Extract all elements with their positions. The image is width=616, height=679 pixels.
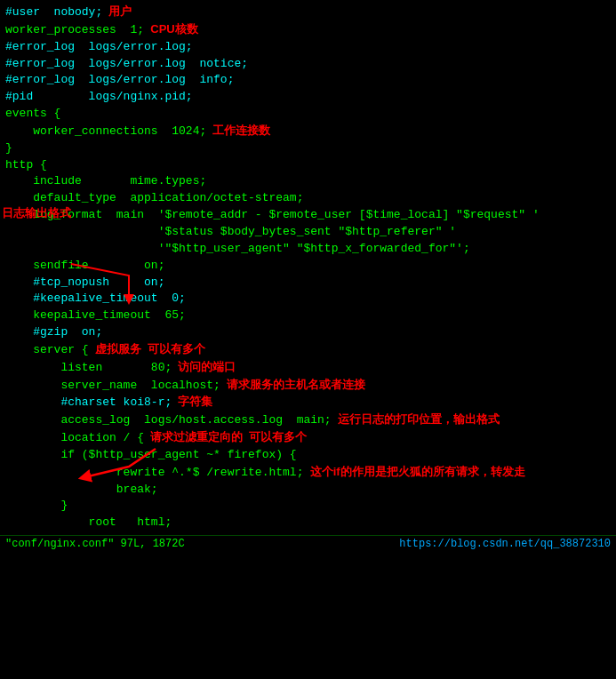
annotation-text: 请求服务的主机名或者连接 [220,378,365,391]
code-line: #gzip on; [5,324,611,341]
code-line: events { [5,106,611,123]
bottom-bar: "conf/nginx.conf" 97L, 1872C https://blo… [0,535,616,552]
code-editor: #user nobody; 用户worker_processes 1; CPU核… [0,0,616,535]
code-line: log_format main '$remote_addr - $remote_… [5,207,611,224]
annotation-text: 运行日志的打印位置，输出格式 [332,412,500,426]
code-line: sendfile on; [5,258,611,275]
code-line: } [5,140,611,157]
code-line: http { [5,157,611,174]
code-line: rewrite ^.*$ /rewrite.html; 这个if的作用是把火狐的… [5,464,611,482]
code-line: #error_log logs/error.log info; [5,72,611,89]
code-line: '"$http_user_agent" "$http_x_forwarded_f… [5,241,611,258]
annotation-text: 用户 [102,4,132,18]
code-line: access_log logs/host.access.log main; 运行… [5,411,611,429]
code-line: break; [5,482,611,499]
annotation-text: 请求过滤重定向的 可以有多个 [144,430,307,443]
code-line: #pid logs/nginx.pid; [5,89,611,106]
annotation-text: 字符集 [172,395,212,408]
code-line: server { 虚拟服务 可以有多个 [5,341,611,359]
annotation-text: 这个if的作用是把火狐的所有请求，转发走 [303,465,524,478]
annotation-text: CPU核数 [144,22,198,36]
code-line: } [5,498,611,515]
code-line: listen 80; 访问的端口 [5,359,611,377]
code-line: root html; [5,515,611,531]
code-line: worker_connections 1024; 工作连接数 [5,123,611,140]
code-line: #tcp_nopush on; [5,275,611,292]
code-line: server_name localhost; 请求服务的主机名或者连接 [5,377,611,395]
blog-url: https://blog.csdn.net/qq_38872310 [399,538,611,550]
code-line: #charset koi8-r; 字符集 [5,394,611,411]
annotation-text: 虚拟服务 可以有多个 [89,342,205,355]
code-line: #error_log logs/error.log; [5,39,611,56]
code-line: '$status $body_bytes_sent "$http_referer… [5,224,611,241]
code-line: if ($http_user_agent ~* firefox) { [5,447,611,464]
file-info: "conf/nginx.conf" 97L, 1872C [5,538,185,550]
code-line: default_type application/octet-stream; [5,190,611,207]
annotation-text: 工作连接数 [206,124,270,137]
code-line: include mime.types; [5,173,611,190]
code-line: worker_processes 1; CPU核数 [5,21,611,39]
annotation-text: 访问的端口 [172,360,236,373]
code-line: keepalive_timeout 65; [5,308,611,324]
code-line: #error_log logs/error.log notice; [5,56,611,73]
code-line: location / { 请求过滤重定向的 可以有多个 [5,429,611,447]
code-line: #keepalive_timeout 0; [5,291,611,308]
code-line: #user nobody; 用户 [5,4,611,21]
